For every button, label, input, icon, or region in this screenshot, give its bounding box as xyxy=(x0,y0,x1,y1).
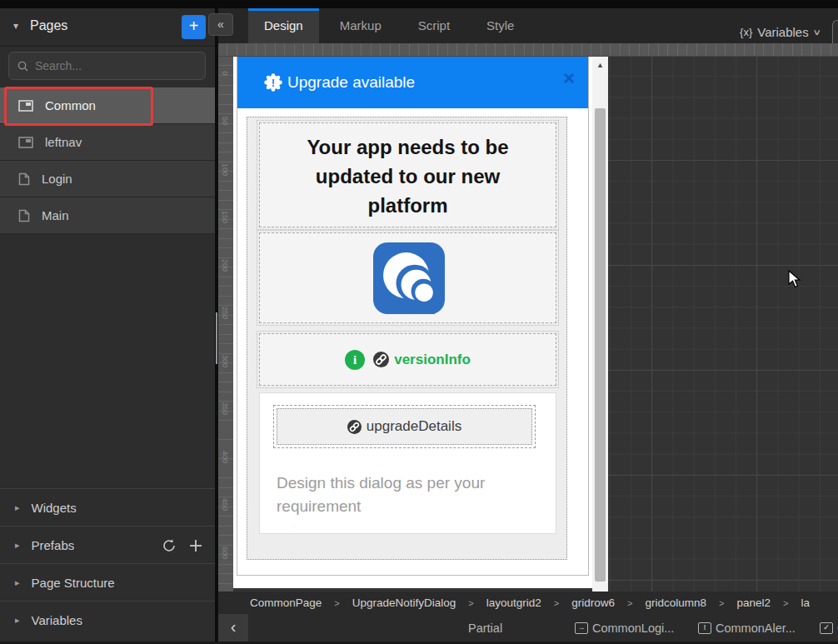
upgrade-details-label: upgradeDetails xyxy=(367,418,461,435)
page-icon xyxy=(18,209,30,222)
breadcrumb-item[interactable]: layoutgrid2 xyxy=(486,597,541,609)
design-canvas: 0 50 100 150 200 250 300 350 400 450 500 xyxy=(218,43,838,592)
ruler-label: 400 xyxy=(221,451,229,462)
scroll-up-button[interactable]: ▲ xyxy=(592,57,608,73)
tab-script[interactable]: Script xyxy=(402,8,466,43)
breadcrumb-item[interactable]: gridcolumn8 xyxy=(645,597,706,609)
dialog-title: Upgrade available xyxy=(287,73,415,92)
caret-right-icon: ▸ xyxy=(15,615,20,626)
section-label: Variables xyxy=(32,613,82,627)
upgrade-details-button[interactable]: upgradeDetails xyxy=(277,408,532,445)
search-input[interactable] xyxy=(35,59,185,72)
placeholder-line: Design this dialog as per your xyxy=(277,472,554,495)
page-search-box[interactable] xyxy=(8,52,206,80)
ruler-label: 300 xyxy=(221,355,229,367)
page-item-label: Common xyxy=(45,98,96,112)
tab-markup[interactable]: Markup xyxy=(324,8,397,43)
caret-right-icon: ▸ xyxy=(15,502,20,513)
ruler-label: 450 xyxy=(221,498,229,510)
ruler-label: 200 xyxy=(221,259,229,271)
window-top-strip xyxy=(0,0,838,8)
partial-page-icon xyxy=(18,137,33,148)
canvas-vertical-scrollbar[interactable]: ▲ xyxy=(592,57,608,592)
tab-style[interactable]: Style xyxy=(471,8,530,43)
heading-widget[interactable]: Your app needs to be updated to our new … xyxy=(259,122,556,227)
page-preview-area: ! Upgrade available × Your app needs to … xyxy=(233,57,592,588)
breadcrumb-item[interactable]: panel2 xyxy=(736,597,771,609)
breadcrumb-separator: > xyxy=(554,598,559,608)
mouse-cursor xyxy=(788,270,802,288)
sidebar-scrollbar-thumb[interactable] xyxy=(216,312,217,364)
breadcrumb-item[interactable]: UpgradeNotifyDialog xyxy=(352,597,456,609)
info-icon: i xyxy=(345,350,365,370)
ruler-label: 0 xyxy=(221,67,229,79)
canvas-grid-background xyxy=(608,57,838,592)
sidebar-section-page-structure[interactable]: ▸ Page Structure xyxy=(0,563,215,601)
open-files-tabbar: ‹ Partial → CommonLogi... ! CommonAler..… xyxy=(218,614,838,642)
variables-label: Variables xyxy=(757,25,808,39)
tab-common-alert[interactable]: ! CommonAler... xyxy=(698,614,796,642)
version-info-label: versionInfo xyxy=(394,352,471,368)
add-page-button[interactable]: + xyxy=(182,15,206,39)
tab-partial[interactable]: Partial xyxy=(468,614,502,642)
pages-panel-header[interactable]: ▾ Pages + xyxy=(0,8,215,47)
button-outline: upgradeDetails xyxy=(273,405,536,448)
tabs-scroll-left-button[interactable]: ‹ xyxy=(218,614,248,642)
collapse-sidebar-button[interactable]: « xyxy=(208,13,233,36)
section-label: Prefabs xyxy=(32,538,75,552)
breadcrumb-separator: > xyxy=(719,598,724,608)
panel-widget[interactable]: upgradeDetails Design this dialog as per… xyxy=(259,392,556,534)
heading-line: Your app needs to be xyxy=(260,132,556,162)
ruler-label: 100 xyxy=(221,163,229,175)
ruler-label: 500 xyxy=(221,547,229,558)
widget-breadcrumb: CommonPage > UpgradeNotifyDialog > layou… xyxy=(218,592,838,614)
section-label: Widgets xyxy=(32,501,77,515)
sidebar-section-prefabs[interactable]: ▸ Prefabs xyxy=(0,526,215,563)
sidebar-item-login[interactable]: Login xyxy=(0,161,215,197)
sidebar-item-leftnav[interactable]: leftnav xyxy=(0,124,215,161)
dialog-layout-grid[interactable]: Your app needs to be updated to our new … xyxy=(247,117,567,560)
panel-placeholder-text: Design this dialog as per your requireme… xyxy=(262,460,554,528)
ruler-label: 350 xyxy=(221,402,229,414)
bind-icon xyxy=(347,420,362,434)
tab-design[interactable]: Design xyxy=(248,8,319,43)
sidebar-section-widgets[interactable]: ▸ Widgets xyxy=(0,488,215,526)
variables-x-icon: {x} xyxy=(740,26,752,38)
editor-mode-tabbar: Design Markup Script Style {x} Variables… xyxy=(218,8,838,43)
dialog-header[interactable]: ! Upgrade available × xyxy=(237,57,588,108)
confirm-icon: ✓ xyxy=(820,622,833,634)
tab-common-login[interactable]: → CommonLogi... xyxy=(575,614,674,642)
breadcrumb-item[interactable]: la xyxy=(801,597,810,609)
badge-exclamation-icon: ! xyxy=(264,73,282,92)
breadcrumb-separator: > xyxy=(468,598,473,608)
tab-label: CommonAler... xyxy=(716,622,796,635)
picture-widget[interactable] xyxy=(259,232,556,323)
variables-dropdown[interactable]: {x} Variables ∨ xyxy=(740,25,820,39)
page-item-label: leftnav xyxy=(45,135,82,149)
alert-icon: ! xyxy=(698,622,711,634)
version-info-widget[interactable]: i versionInfo xyxy=(259,333,556,386)
ruler-label: 250 xyxy=(221,307,229,318)
page-item-label: Login xyxy=(42,172,72,186)
caret-right-icon: ▸ xyxy=(15,577,20,588)
wavemaker-logo xyxy=(373,242,445,314)
ruler-label: 50 xyxy=(221,115,229,127)
refresh-icon[interactable] xyxy=(162,538,177,553)
search-icon xyxy=(17,61,28,72)
close-icon[interactable]: × xyxy=(563,68,575,88)
breadcrumb-item[interactable]: gridrow6 xyxy=(571,597,615,609)
heading-line: platform xyxy=(260,191,556,220)
section-label: Page Structure xyxy=(32,576,115,590)
breadcrumb-separator: > xyxy=(334,598,339,608)
caret-right-icon: ▸ xyxy=(15,540,20,551)
sidebar-item-main[interactable]: Main xyxy=(0,197,215,234)
sidebar-item-common[interactable]: Common xyxy=(0,87,215,124)
horizontal-ruler xyxy=(218,43,838,57)
breadcrumb-item[interactable]: CommonPage xyxy=(250,597,322,609)
scrollbar-thumb[interactable] xyxy=(595,108,606,582)
add-icon[interactable] xyxy=(188,538,203,553)
tab-common-confirm[interactable]: ✓ CommonCon... xyxy=(820,614,838,642)
placeholder-line: requirement xyxy=(277,495,554,518)
sidebar-section-variables[interactable]: ▸ Variables xyxy=(0,601,215,638)
login-icon: → xyxy=(575,622,588,634)
